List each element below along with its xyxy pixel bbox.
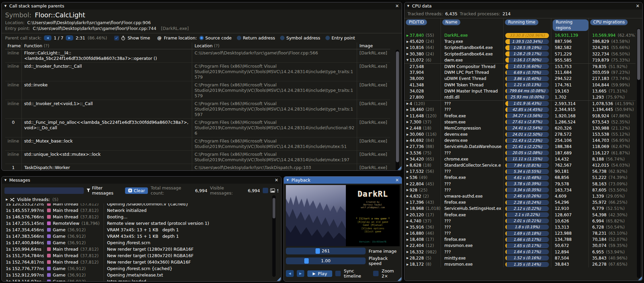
cpu-scrollbar[interactable]	[637, 28, 641, 278]
expand-arrow-icon[interactable]: ▶	[404, 219, 410, 222]
radio-icon[interactable]	[237, 36, 241, 40]
messages-scrollbar[interactable]	[272, 195, 276, 277]
frame-location-radio[interactable]: Source code	[199, 35, 232, 40]
expand-arrow-icon[interactable]: ▶	[404, 120, 410, 123]
expand-arrow-icon[interactable]: ▶	[404, 164, 410, 167]
expand-arrow-icon[interactable]: ▶	[404, 127, 410, 130]
cpu-table-row[interactable]: ▶ 22,404 (12) msvsmon.exe 1.65 s (0.17%)…	[404, 243, 635, 249]
collapse-arrow-icon[interactable]: ▼	[4, 179, 6, 182]
expand-arrow-icon[interactable]: ▶	[404, 226, 410, 229]
collapse-arrow-icon[interactable]: ▼	[287, 179, 289, 182]
cpu-table-row[interactable]: ▶ 17,532 (56) ??? 5.34 s (0.55%) 90,181 …	[404, 168, 635, 174]
cpu-table-row[interactable]: ▶ 4,740 (37) ??? 2.01 s (0.21%) 10,626 6…	[404, 218, 635, 224]
callstack-row[interactable]: inline std::invoke C:\Program Files (x86…	[5, 81, 390, 100]
expand-arrow-icon[interactable]: ▶	[404, 250, 410, 253]
scrollbar-handle[interactable]	[396, 51, 399, 162]
callstack-row[interactable]: 1 TaskDispatch::Worker C:\Users\wolf\Des…	[5, 164, 390, 170]
cpu-table-row[interactable]: 38,000 uDWM Event Thread 3.86 s (0.40%) …	[404, 76, 635, 82]
radio-icon[interactable]	[199, 36, 204, 40]
cpu-table-row[interactable]: ▶ 3,536 (75) ??? 20.05 s (2.08%) 187,689…	[404, 150, 635, 156]
callstack-row[interactable]: inline std::_Invoker_ret<void,1>::_Call …	[5, 100, 390, 119]
step-forward-button[interactable]: ▶	[297, 270, 305, 277]
cpu-table-row[interactable]: ▶ 20,120 (17) firefox.exe 2.1 s (0.22%) …	[404, 212, 635, 218]
expand-arrow-icon[interactable]: ▶	[404, 263, 410, 266]
expand-arrow-icon[interactable]: ▶	[404, 182, 410, 185]
expand-arrow-icon[interactable]: ▶	[404, 207, 410, 210]
message-row[interactable]: 1s 147,400,846ns Game (36,912) Opening /…	[2, 239, 281, 246]
cpu-table-row[interactable]: ▶ 35,916 (36) ??? 1.8 s (0.19%) 13,313 6…	[404, 224, 635, 230]
expand-arrow-icon[interactable]: ▶	[404, 195, 410, 198]
clear-button[interactable]: Clear	[125, 187, 148, 194]
message-row[interactable]: 1s 151,754,784ns Main thread (37,812) Ne…	[2, 252, 281, 259]
expand-arrow-icon[interactable]: ▶	[404, 176, 410, 179]
playback-titlebar[interactable]: ▼ Playback ✕	[284, 177, 402, 184]
cpu-table-row[interactable]: ▶ 18,408 (17) firefox.exe 1.66 s (0.17%)…	[404, 236, 635, 243]
frame-location-radio[interactable]: Entry point	[325, 35, 355, 40]
cpu-table-row[interactable]: ▶ 18,968 (1,018) ServiceHub.SettingsHost…	[404, 205, 635, 212]
expand-arrow-icon[interactable]: ▶	[404, 188, 410, 192]
radio-icon[interactable]	[280, 36, 285, 40]
cpu-table-row[interactable]: ▶ 18,460 (20) ??? 42.85 s (4.45%) 2,344,…	[404, 106, 635, 113]
collapse-arrow-icon[interactable]: ▼	[4, 4, 6, 7]
expand-arrow-icon[interactable]: ▶	[404, 170, 410, 173]
running-regions-column-header[interactable]: Running regions	[553, 19, 588, 31]
cpu-table-row[interactable]: ▶ 17,396 (43) firefox.exe 2.28 s (0.24%)…	[404, 199, 635, 205]
cpu-table-row[interactable]: ▶ 22,804 (45) ??? 3.78 s (0.39%) 79,578 …	[404, 181, 635, 187]
message-row[interactable]: 1s 152,776,777ns Game (36,912) Opening /…	[2, 265, 281, 272]
close-icon[interactable]: ✕	[395, 4, 399, 8]
message-row[interactable]: 1s 147,255,145ns RemoteView (18,796) Rem…	[2, 220, 281, 227]
visible-threads-row[interactable]: ▶ Visible threads: (5)	[2, 197, 281, 203]
scrollbar-handle[interactable]	[273, 198, 275, 218]
play-button[interactable]: ▶ Play	[307, 270, 332, 277]
cpu-migrations-column-header[interactable]: CPU migrations	[590, 19, 628, 25]
cpu-table-row[interactable]: ▶ 10,816 (64) ScriptedSandbox64.exe 1:28…	[404, 45, 635, 51]
cpu-table-row[interactable]: ▶ 27,736 (88) ServiceHub.DataWarehouse 2…	[404, 144, 635, 150]
callstack-titlebar[interactable]: ▼ Call stack sample parents ✕	[2, 2, 402, 10]
expand-arrow-icon[interactable]: ▶	[404, 244, 410, 247]
resize-grip[interactable]	[638, 276, 642, 280]
cpu-table-row[interactable]: ▶ 37,840 (55) DarkRL.exe 33:30.8 (208.96…	[404, 32, 635, 38]
filter-input[interactable]	[4, 187, 84, 194]
expand-arrow-icon[interactable]: ▶	[404, 46, 410, 49]
cpu-table-row[interactable]: ▶ 30,060 (116) devenv.exe 24.01 s (2.50%…	[404, 131, 635, 137]
expand-arrow-icon[interactable]: ▶	[404, 256, 410, 260]
message-row[interactable]: 1s 147,383,566ns Game (36,912) VRAM 43x4…	[2, 233, 281, 239]
step-back-button[interactable]: ◀	[286, 270, 294, 277]
zoom-2x-checkbox[interactable]	[373, 271, 379, 276]
resize-grip[interactable]	[397, 166, 401, 170]
close-icon[interactable]: ✕	[636, 4, 640, 8]
expand-arrow-icon[interactable]: ▼	[404, 59, 410, 62]
expand-arrow-icon[interactable]: ▶	[404, 52, 410, 55]
expand-arrow-icon[interactable]: ▶	[404, 133, 410, 136]
expand-arrow-icon[interactable]: ▶	[404, 238, 410, 241]
message-row[interactable]: 1s 120,333,272ns Main thread (37,812) Op…	[2, 203, 281, 207]
callstack-row[interactable]: inline std::unique_lock<std::mutex>::loc…	[5, 151, 390, 164]
close-icon[interactable]: ✕	[395, 178, 399, 182]
callstack-row[interactable]: inline std::_Mutex_base::lock C:\Program…	[5, 137, 390, 151]
expand-arrow-icon[interactable]: ▶	[404, 157, 410, 161]
expand-arrow-icon[interactable]: ▶	[404, 102, 410, 105]
cpu-table-row[interactable]: ▶ 18,172 (8) msvsmon.exe 1.35 s (0.14%) …	[404, 261, 635, 267]
radio-icon[interactable]	[325, 36, 330, 40]
messages-titlebar[interactable]: ▼ Messages ✕	[2, 177, 281, 184]
cpu-table-row[interactable]: ▶ 30,380 (24) ScriptedSandbox64.exe 1:28…	[404, 51, 635, 57]
expand-arrow-icon[interactable]: ▶	[404, 145, 410, 148]
cpu-table-row[interactable]: ▶ 16,332 (982) ??? 1.64 s (0.17%) 12,894…	[404, 249, 635, 255]
expand-arrow-icon[interactable]: ▶	[404, 40, 410, 43]
show-images-checkbox[interactable]	[263, 188, 268, 193]
scrollbar-handle[interactable]	[637, 29, 640, 80]
frame-location-radio[interactable]: Symbol address	[280, 35, 320, 40]
cpu-table-row[interactable]: ▼ 13,072 (6) dwm.exe 1:16.1 (7.90%) 955,…	[404, 57, 635, 63]
close-icon[interactable]: ✕	[275, 178, 278, 182]
message-row[interactable]: 1s 152,912,997ns Game (36,912) Opening /…	[2, 272, 281, 278]
message-row[interactable]: 1s 147,354,456ns Game (36,912) VRAM 37x4…	[2, 227, 281, 233]
message-row[interactable]: 1s 152,764,817ns Main thread (37,812) Ne…	[2, 259, 281, 265]
cpu-table-row[interactable]: 41,348 DWM Token Thread 1.21 s (0.13%) 1…	[404, 82, 635, 88]
expand-arrow-icon[interactable]: ▶	[404, 232, 410, 235]
running-time-column-header[interactable]: Running time	[505, 19, 538, 25]
expand-arrow-icon[interactable]: ▶	[404, 108, 410, 111]
collapse-arrow-icon[interactable]: ▼	[407, 4, 409, 7]
name-column-header[interactable]: Name	[442, 19, 460, 25]
cpu-table-row[interactable]: ▶ 34,420 (65) chrome.exe 11.11 s (1.15%)…	[404, 156, 635, 162]
cpu-table-row[interactable]: 27,548 DWM Compositor Thread 1:03.5 (6.6…	[404, 63, 635, 69]
